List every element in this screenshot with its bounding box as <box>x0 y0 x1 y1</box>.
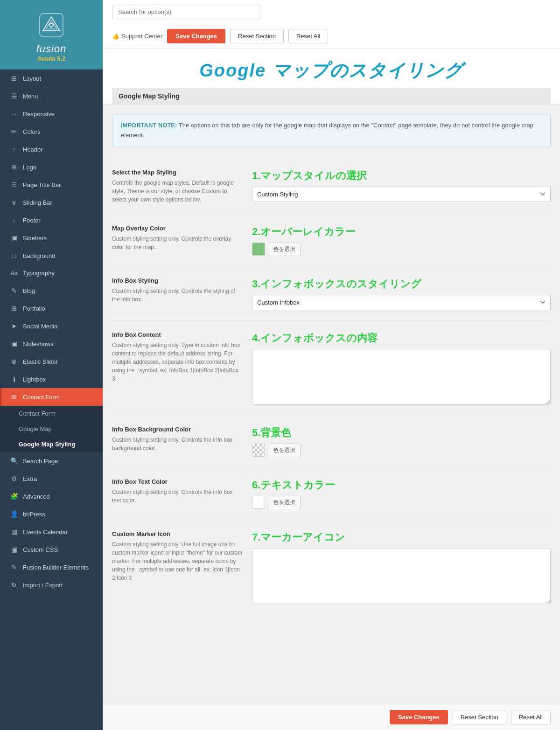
sidebar-item-events-calendar[interactable]: ▦ Events Calendar <box>0 523 103 541</box>
opt-title-custom-marker: Custom Marker Icon <box>112 530 243 537</box>
sidebar-sub-menu: Contact Form Google Map Google Map Styli… <box>0 406 103 452</box>
footer-bar: Save Changes Reset Section Reset All <box>103 704 560 730</box>
sidebar-sub-google-map[interactable]: Google Map <box>0 421 103 437</box>
infobox-text-color-btn[interactable]: 色を選択 <box>268 496 301 509</box>
opt-desc-map-styling: Controls the google map styles. Default … <box>112 179 243 204</box>
sidebar-item-sliding-bar[interactable]: ∨ Sliding Bar <box>0 194 103 211</box>
extra-icon: ⚙ <box>10 475 18 482</box>
infobox-text-color-swatch[interactable] <box>252 496 265 509</box>
overlay-color-swatch[interactable] <box>252 243 265 256</box>
layout-icon: ⊞ <box>10 75 18 82</box>
option-label-map-styling: Select the Map Styling Controls the goog… <box>112 169 243 204</box>
opt-desc-infobox-styling: Custom styling setting only. Controls th… <box>112 287 243 304</box>
sidebar-item-sidebars[interactable]: ▣ Sidebars <box>0 229 103 247</box>
option-control-infobox-text-color: 6.テキストカラー 色を選択 <box>252 478 551 509</box>
save-changes-button[interactable]: Save Changes <box>167 29 225 43</box>
version-label: Avada 5.2 <box>37 55 65 62</box>
footer-reset-section-button[interactable]: Reset Section <box>453 710 506 724</box>
sidebar-item-lightbox[interactable]: ℹ Lightbox <box>0 370 103 388</box>
option-label-infobox-styling: Info Box Styling Custom styling setting … <box>112 277 243 304</box>
opt-title-map-overlay-color: Map Overlay Color <box>112 225 243 232</box>
option-label-infobox-text-color: Info Box Text Color Custom styling setti… <box>112 478 243 505</box>
sidebar-item-bbpress[interactable]: 👤 bbPress <box>0 505 103 523</box>
infobox-bg-color-btn[interactable]: 色を選択 <box>268 444 301 457</box>
sidebar-item-custom-css[interactable]: ▣ Custom CSS <box>0 541 103 558</box>
portfolio-icon: ⊞ <box>10 305 18 312</box>
reset-all-button[interactable]: Reset All <box>288 29 328 43</box>
option-label-custom-marker: Custom Marker Icon Custom styling settin… <box>112 530 243 582</box>
main-content: 👍 Support Center Save Changes Reset Sect… <box>103 0 560 730</box>
import-export-icon: ↻ <box>10 581 18 589</box>
sidebar-item-menu[interactable]: ☰ Menu <box>0 87 103 105</box>
sidebar-item-logo[interactable]: ⊕ Logo <box>0 158 103 176</box>
sidebar-item-blog[interactable]: ✎ Blog <box>0 282 103 299</box>
jp-label-map-styling: 1.マップスタイルの選択 <box>252 169 551 183</box>
sidebar-sub-contact-form[interactable]: Contact Form <box>0 406 103 421</box>
sidebar-item-elastic-slider[interactable]: ⊗ Elastic Slider <box>0 353 103 370</box>
map-styling-dropdown[interactable]: Custom Styling Default Theme <box>252 187 551 202</box>
color-picker-row-text: 色を選択 <box>252 496 551 509</box>
sidebar-item-background[interactable]: □ Background <box>0 247 103 264</box>
fusion-logo-icon <box>37 11 65 39</box>
sidebar-item-import-export[interactable]: ↻ Import / Export <box>0 576 103 594</box>
overlay-color-btn[interactable]: 色を選択 <box>268 243 301 256</box>
toolbar: 👍 Support Center Save Changes Reset Sect… <box>103 24 560 49</box>
sidebar-item-layout[interactable]: ⊞ Layout <box>0 70 103 87</box>
option-control-infobox-bg-color: 5.背景色 色を選択 <box>252 426 551 457</box>
opt-desc-infobox-content: Custom styling setting only. Type in cus… <box>112 341 243 383</box>
fusion-builder-icon: ✎ <box>10 563 18 571</box>
option-control-custom-marker: 7.マーカーアイコン <box>252 530 551 604</box>
support-center-link[interactable]: 👍 Support Center <box>112 33 162 40</box>
footer-icon: ↓ <box>10 216 18 224</box>
sidebar-item-social-media[interactable]: ➤ Social Media <box>0 317 103 335</box>
sidebar-item-portfolio[interactable]: ⊞ Portfolio <box>0 299 103 317</box>
sidebar-item-typography[interactable]: Aa Typography <box>0 264 103 282</box>
infobox-bg-color-swatch[interactable] <box>252 444 265 457</box>
jp-label-infobox-text-color: 6.テキストカラー <box>252 478 551 492</box>
sidebar-item-extra[interactable]: ⚙ Extra <box>0 470 103 487</box>
sidebar-item-search-page[interactable]: 🔍 Search Page <box>0 452 103 470</box>
option-row-map-overlay-color: Map Overlay Color Custom styling setting… <box>112 215 551 267</box>
sidebar-item-contact-form[interactable]: ✉ Contact Form <box>0 388 103 406</box>
sidebar-item-responsive[interactable]: ↔ Responsive <box>0 105 103 123</box>
sidebar-item-fusion-builder[interactable]: ✎ Fusion Builder Elements <box>0 558 103 576</box>
sliding-bar-icon: ∨ <box>10 199 18 206</box>
search-input-wrap <box>112 5 261 19</box>
opt-desc-map-overlay-color: Custom styling setting only. Controls th… <box>112 235 243 251</box>
sidebar-item-advanced[interactable]: 🧩 Advanced <box>0 487 103 505</box>
search-input[interactable] <box>112 5 261 19</box>
jp-label-custom-marker: 7.マーカーアイコン <box>252 530 551 544</box>
advanced-icon: 🧩 <box>10 493 18 500</box>
infobox-styling-dropdown[interactable]: Custom Infobox Default <box>252 295 551 310</box>
option-control-infobox-content: 4.インフォボックスの内容 <box>252 331 551 405</box>
color-picker-row-overlay: 色を選択 <box>252 243 551 256</box>
sidebar-item-page-title-bar[interactable]: ⠿ Page Title Bar <box>0 176 103 194</box>
sidebar-item-colors[interactable]: ✏ Colors <box>0 123 103 140</box>
page-title-bar-icon: ⠿ <box>10 181 18 188</box>
page-japanese-title: Google マップのスタイリング <box>112 54 551 84</box>
option-row-map-styling: Select the Map Styling Controls the goog… <box>112 159 551 215</box>
content-area: IMPORTANT NOTE: The options on this tab … <box>103 104 560 704</box>
reset-section-button[interactable]: Reset Section <box>230 29 284 43</box>
opt-title-infobox-bg-color: Info Box Background Color <box>112 426 243 433</box>
sidebars-icon: ▣ <box>10 234 18 242</box>
option-label-map-overlay-color: Map Overlay Color Custom styling setting… <box>112 225 243 251</box>
option-row-custom-marker: Custom Marker Icon Custom styling settin… <box>112 520 551 614</box>
jp-label-infobox-bg-color: 5.背景色 <box>252 426 551 440</box>
svg-point-1 <box>49 23 53 27</box>
thumbs-up-icon: 👍 <box>112 33 119 40</box>
sidebar-item-footer[interactable]: ↓ Footer <box>0 211 103 229</box>
footer-reset-all-button[interactable]: Reset All <box>511 710 551 724</box>
infobox-content-textarea[interactable] <box>252 349 551 405</box>
option-control-map-overlay-color: 2.オーバーレイカラー 色を選択 <box>252 225 551 256</box>
sidebar-sub-google-map-styling[interactable]: Google Map Styling <box>0 437 103 452</box>
menu-icon: ☰ <box>10 92 18 100</box>
footer-save-button[interactable]: Save Changes <box>390 710 448 724</box>
sidebar-item-header[interactable]: ↑ Header <box>0 140 103 158</box>
sidebar-item-slideshows[interactable]: ▣ Slideshows <box>0 335 103 353</box>
option-label-infobox-content: Info Box Content Custom styling setting … <box>112 331 243 383</box>
header-icon: ↑ <box>10 146 18 153</box>
custom-marker-textarea[interactable] <box>252 548 551 604</box>
option-row-infobox-bg-color: Info Box Background Color Custom styling… <box>112 416 551 468</box>
option-label-infobox-bg-color: Info Box Background Color Custom styling… <box>112 426 243 452</box>
